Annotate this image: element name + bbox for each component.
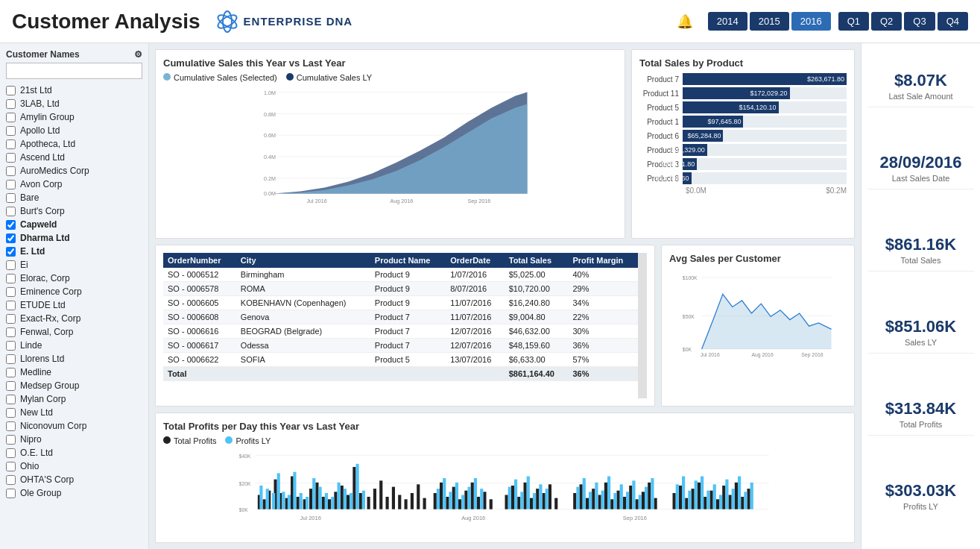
year-2015-button[interactable]: 2015 [750, 12, 789, 31]
sidebar-item[interactable]: Niconovum Corp [6, 419, 142, 433]
q1-button[interactable]: Q1 [838, 12, 869, 31]
bar-value: $154,120.10 [739, 104, 777, 111]
sidebar-item[interactable]: Medline [6, 366, 142, 379]
svg-rect-99 [480, 489, 483, 509]
cell-order: SO - 0006512 [163, 268, 236, 282]
cell-city: ROMA [236, 281, 370, 295]
sidebar-item[interactable]: Medsep Group [6, 379, 142, 392]
svg-rect-132 [589, 492, 592, 509]
year-2016-button[interactable]: 2016 [791, 12, 831, 31]
svg-rect-96 [461, 495, 464, 509]
filter-icon[interactable]: ⚙ [134, 49, 142, 60]
q4-button[interactable]: Q4 [938, 12, 968, 31]
svg-rect-45 [309, 489, 312, 509]
sidebar-item[interactable]: Burt's Corp [6, 204, 142, 218]
metric-item: $861.16K Total Sales [867, 235, 974, 272]
col-city: City [236, 253, 370, 268]
svg-rect-60 [405, 499, 408, 509]
sidebar-item[interactable]: Avon Corp [6, 178, 142, 191]
sidebar-item[interactable]: AuroMedics Corp [6, 164, 142, 178]
svg-text:0.0M: 0.0M [264, 190, 276, 197]
svg-rect-161 [706, 491, 709, 509]
svg-rect-52 [353, 467, 355, 509]
svg-text:Aug 2016: Aug 2016 [751, 352, 773, 358]
table-scrollbar[interactable] [638, 253, 647, 398]
sidebar-item[interactable]: New Ltd [6, 406, 142, 419]
sidebar-item[interactable]: Bare [6, 191, 142, 204]
sidebar-item[interactable]: Ascend Ltd [6, 151, 142, 164]
svg-rect-116 [573, 493, 576, 509]
search-input[interactable] [6, 63, 142, 79]
sidebar-item[interactable]: ETUDE Ltd [6, 298, 142, 312]
sidebar-item[interactable]: Mylan Corp [6, 392, 142, 406]
sidebar-item[interactable]: Linde [6, 339, 142, 352]
svg-rect-144 [679, 486, 682, 509]
svg-rect-123 [617, 491, 620, 509]
bar-value: $97,645.80 [707, 118, 741, 125]
row1: Cumulative Sales this Year vs Last Year … [155, 49, 855, 239]
sidebar-item[interactable]: Elorac, Corp [6, 272, 142, 285]
sidebar-item[interactable]: Fenwal, Corp [6, 325, 142, 339]
svg-rect-134 [601, 491, 604, 509]
svg-rect-105 [536, 489, 539, 509]
sidebar-item[interactable]: Exact-Rx, Corp [6, 312, 142, 325]
year-2014-button[interactable]: 2014 [708, 12, 747, 31]
svg-text:0.4M: 0.4M [264, 154, 276, 160]
cell-city: Birmingham [236, 268, 370, 282]
notification-icon[interactable]: 🔔 [677, 13, 693, 30]
sidebar-item[interactable]: Ei [6, 258, 142, 272]
bar-track: $39,329.00 [683, 144, 847, 156]
bar-track: $263,671.80 [683, 73, 847, 85]
svg-rect-82 [434, 493, 437, 509]
sidebar-item[interactable]: OHTA'S Corp [6, 473, 142, 486]
total-margin: 36% [568, 366, 638, 380]
table-row: SO - 0006605 KOBENHAVN (Copenhagen) Prod… [163, 295, 638, 310]
cell-city: SOFIA [236, 352, 370, 366]
svg-rect-81 [362, 491, 365, 509]
svg-rect-137 [620, 484, 623, 509]
svg-text:Aug 2016: Aug 2016 [391, 198, 414, 204]
svg-rect-107 [549, 484, 551, 509]
sidebar-item[interactable]: Amylin Group [6, 110, 142, 124]
svg-text:1.0M: 1.0M [264, 90, 276, 96]
cell-city: KOBENHAVN (Copenhagen) [236, 295, 370, 310]
sidebar-item[interactable]: E. Ltd [6, 245, 142, 258]
q3-button[interactable]: Q3 [904, 12, 935, 31]
sidebar-item[interactable]: Capweld [6, 218, 142, 231]
svg-rect-74 [319, 487, 322, 509]
bar-label: Product 1 [639, 118, 683, 126]
table-wrapper[interactable]: OrderNumber City Product Name OrderDate … [163, 253, 638, 398]
sidebar-item[interactable]: O.E. Ltd [6, 446, 142, 459]
row3: Total Profits per Day this Year vs Last … [155, 412, 855, 543]
svg-rect-113 [533, 493, 536, 509]
svg-rect-94 [449, 492, 452, 509]
sidebar-item[interactable]: Nipro [6, 433, 142, 446]
product-x-axis: $0.0M $0.2M [639, 186, 847, 195]
sidebar-item[interactable]: 3LAB, Ltd [6, 97, 142, 110]
sidebar-item[interactable]: Dharma Ltd [6, 231, 142, 245]
cumulative-chart-svg: 1.0M 0.8M 0.6M 0.4M 0.2M 0.0M [163, 85, 617, 204]
sidebar-item[interactable]: Apotheca, Ltd [6, 137, 142, 151]
metric-value: 28/09/2016 [867, 153, 974, 172]
bar-fill: $39,329.00 [683, 144, 707, 156]
col-sales: Total Sales [505, 253, 569, 268]
svg-rect-139 [632, 480, 635, 509]
year-buttons: 2014 2015 2016 [708, 12, 831, 31]
sidebar-item[interactable]: 21st Ltd [6, 84, 142, 97]
bar-value: $172,029.20 [750, 90, 787, 97]
sidebar-item[interactable]: Eminence Corp [6, 285, 142, 298]
metric-value: $851.06K [867, 317, 974, 336]
q2-button[interactable]: Q2 [871, 12, 902, 31]
svg-rect-149 [710, 491, 713, 509]
svg-rect-106 [543, 493, 546, 509]
sidebar-item[interactable]: Llorens Ltd [6, 352, 142, 366]
sidebar-item[interactable]: Ohio [6, 459, 142, 473]
sidebar-item[interactable]: Ole Group [6, 486, 142, 500]
svg-marker-26 [702, 294, 832, 349]
bar-track: $65,284.80 [683, 130, 847, 142]
sidebar-item[interactable]: Apollo Ltd [6, 124, 142, 137]
svg-rect-78 [344, 489, 347, 509]
svg-rect-115 [546, 489, 549, 509]
svg-rect-55 [373, 489, 376, 509]
svg-rect-143 [673, 493, 676, 509]
